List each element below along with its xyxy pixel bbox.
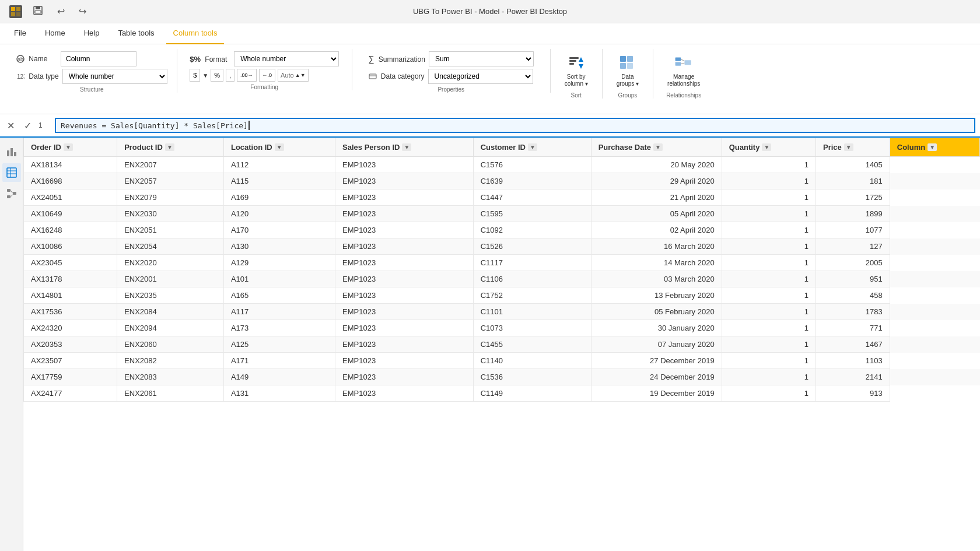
table-cell: 1899 [816,206,890,222]
table-cell: 19 December 2019 [591,385,722,402]
filter-btn-purchase-date[interactable]: ▼ [653,143,663,151]
save-button[interactable] [29,4,47,19]
ribbon: ab Name 123 Data type Whole number [0,44,980,114]
table-cell: AX18134 [24,157,117,173]
table-cell: EMP1023 [335,206,474,222]
filter-btn-quantity[interactable]: ▼ [762,143,771,151]
filter-btn-sales-person-id[interactable]: ▼ [402,143,411,151]
svg-rect-20 [627,63,633,69]
filter-btn-customer-id[interactable]: ▼ [528,143,537,151]
formula-cancel-button[interactable]: ✕ [5,120,17,131]
table-cell: C1140 [473,353,591,369]
svg-line-36 [10,191,13,194]
table-cell [890,320,979,336]
table-cell: 2141 [816,369,890,385]
filter-btn-location-id[interactable]: ▼ [275,143,284,151]
table-cell: 05 April 2020 [591,206,722,222]
table-row: AX16698ENX2057A115EMP1023C163929 April 2… [24,173,980,189]
comma-button[interactable]: , [226,69,235,82]
sidebar-icon-report[interactable] [2,142,21,161]
table-cell: 1 [722,206,816,222]
currency-button[interactable]: $ [190,69,200,82]
manage-relationships-button[interactable]: Managerelationships [663,51,705,90]
table-cell: 1 [722,336,816,353]
data-groups-button[interactable]: Datagroups ▾ [612,51,643,90]
table-cell: 1 [722,238,816,255]
menu-home[interactable]: Home [38,23,72,44]
table-row: AX17536ENX2084A117EMP1023C110105 Februar… [24,304,980,320]
menu-help[interactable]: Help [77,23,107,44]
table-cell: ENX2030 [117,206,224,222]
table-cell: ENX2057 [117,173,224,189]
svg-rect-29 [7,168,16,177]
sidebar-icon-model[interactable] [2,184,21,203]
undo-button[interactable]: ↩ [54,5,68,18]
menu-file[interactable]: File [7,23,33,44]
ribbon-group-structure: ab Name 123 Data type Whole number [7,49,177,93]
table-cell: EMP1023 [335,304,474,320]
percent-button[interactable]: % [211,69,223,82]
table-header-row: Order ID▼Product ID▼Location ID▼Sales Pe… [24,138,980,157]
table-cell: 1077 [816,222,890,238]
data-type-label: 123 Data type [16,72,59,81]
name-input[interactable] [61,51,136,66]
table-cell: 913 [816,385,890,402]
menu-bar: File Home Help Table tools Column tools [0,23,980,44]
dec-decrease-button[interactable]: ←.0 [259,69,276,82]
currency-dropdown[interactable]: ▼ [202,72,208,79]
table-cell: C1447 [473,189,591,206]
sidebar-icon-table[interactable] [2,163,21,182]
filter-btn-order-id[interactable]: ▼ [64,143,73,151]
table-row: AX14801ENX2035A165EMP1023C175213 Februar… [24,287,980,304]
table-row: AX13178ENX2001A101EMP1023C110603 March 2… [24,271,980,287]
table-cell [890,385,979,402]
table-cell: 771 [816,320,890,336]
auto-spinner[interactable]: ▲▼ [295,72,306,78]
table-cell: 20 May 2020 [591,157,722,173]
filter-btn-price[interactable]: ▼ [844,143,853,151]
table-cell: ENX2079 [117,189,224,206]
svg-rect-3 [16,12,20,16]
sort-label: Sort [571,92,582,99]
table-cell: 1 [722,353,816,369]
filter-btn-column[interactable]: ▼ [928,143,937,151]
dec-increase-button[interactable]: .00→ [237,69,257,82]
sort-by-column-button[interactable]: Sort bycolumn ▾ [560,51,593,90]
table-cell: ENX2054 [117,238,224,255]
table-cell: 1405 [816,157,890,173]
table-cell: EMP1023 [335,353,474,369]
svg-rect-0 [11,7,15,11]
table-cell: A165 [223,287,335,304]
auto-input-group: Auto ▲▼ [278,69,308,82]
table-cell: ENX2051 [117,222,224,238]
svg-rect-34 [7,195,10,198]
col-header-column: Column▼ [890,138,979,157]
table-cell: AX17759 [24,369,117,385]
table-cell: A125 [223,336,335,353]
table-cell: ENX2007 [117,157,224,173]
filter-btn-product-id[interactable]: ▼ [165,143,174,151]
formula-confirm-button[interactable]: ✓ [22,120,34,131]
table-cell: A131 [223,385,335,402]
table-cell: 14 March 2020 [591,255,722,271]
table-cell: ENX2061 [117,385,224,402]
format-label: $% Format [190,55,230,64]
table-cell: AX17536 [24,304,117,320]
menu-table-tools[interactable]: Table tools [111,23,161,44]
redo-button[interactable]: ↪ [75,5,90,18]
summarization-select[interactable]: Sum Average Min Max Count None [429,51,534,66]
table-cell: AX10649 [24,206,117,222]
data-category-select[interactable]: Uncategorized Address City Country Web U… [428,69,533,84]
table-cell: 951 [816,271,890,287]
table-cell: C1455 [473,336,591,353]
menu-column-tools[interactable]: Column tools [166,23,225,44]
table-cell: AX24320 [24,320,117,336]
format-select[interactable]: Whole number Decimal number Percentage S… [234,51,339,66]
data-type-select[interactable]: Whole number Decimal number Text Date Tr… [62,69,167,84]
table-cell: EMP1023 [335,287,474,304]
relationships-label: Relationships [666,92,701,99]
formula-input[interactable]: Revenues = Sales[Quantity] * Sales[Price… [55,118,975,133]
svg-line-37 [10,195,13,197]
table-cell: AX24177 [24,385,117,402]
table-cell [890,189,979,206]
